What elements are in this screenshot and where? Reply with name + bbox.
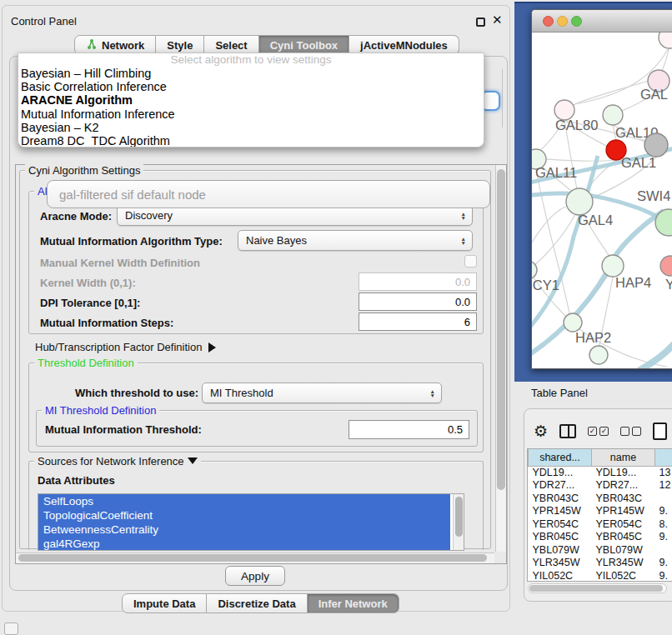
network-node-gal4[interactable] <box>566 188 593 215</box>
algorithm-option-bayesian-k2[interactable]: Bayesian – K2 <box>18 121 484 134</box>
table-row[interactable]: YPR145WYPR145W9. <box>529 505 672 518</box>
network-node-y[interactable] <box>660 256 672 276</box>
network-window-titlebar[interactable] <box>532 10 672 32</box>
algorithm-option-mutual-information-inference[interactable]: Mutual Information Inference <box>18 108 484 121</box>
manual-kernel-checkbox[interactable] <box>464 255 477 268</box>
split-columns-icon[interactable] <box>559 424 576 438</box>
algorithm-option-basic-correlation-inference[interactable]: Basic Correlation Inference <box>18 80 484 93</box>
node-label-gal80: GAL80 <box>555 118 598 132</box>
attribute-item-selfloops[interactable]: SelfLoops <box>38 494 450 508</box>
network-edge[interactable] <box>532 206 567 242</box>
column-header-a[interactable]: A <box>655 449 672 466</box>
network-canvas[interactable]: GALGAL80GAL10GAL1GAL11SWI4GAL4GCY1HAP4YH… <box>532 32 672 368</box>
float-panel-icon[interactable] <box>476 18 485 27</box>
table-cell: 9. <box>655 569 672 582</box>
network-edge[interactable] <box>574 81 649 105</box>
mi-steps-label: Mutual Information Steps: <box>40 317 173 329</box>
tab-discretize-data[interactable]: Discretize Data <box>207 593 307 613</box>
data-attributes-list[interactable]: SelfLoopsTopologicalCoefficientBetweenne… <box>38 493 464 551</box>
mi-steps-field[interactable]: 6 <box>359 312 477 331</box>
close-panel-icon[interactable]: ✕ <box>492 12 503 28</box>
table-row[interactable]: YBL079WYBL079W <box>529 543 672 557</box>
vertical-scrollbar[interactable] <box>495 165 506 552</box>
which-threshold-combobox[interactable]: MI Threshold ▲▼ <box>202 382 442 403</box>
network-edge[interactable] <box>662 48 669 71</box>
table-cell: 12 <box>655 479 672 492</box>
horizontal-scrollbar-thumb[interactable] <box>18 554 487 562</box>
network-edge-highlighted[interactable] <box>532 156 598 334</box>
algorithm-placeholder: Select algorithm to view settings <box>18 53 484 67</box>
table-cell: 13 <box>655 466 672 479</box>
kernel-width-label: Kernel Width (0,1): <box>40 277 136 289</box>
table-cell <box>655 543 672 557</box>
table-row[interactable]: YDR27...YDR27...12 <box>529 479 672 492</box>
attribute-item-betweennesscentrality[interactable]: BetweennessCentrality <box>38 522 450 537</box>
table-row[interactable]: YIL052CYIL052C9. <box>529 569 672 582</box>
apply-button[interactable]: Apply <box>225 566 285 586</box>
attributes-scrollbar[interactable] <box>453 494 464 550</box>
table-row[interactable]: YLR345WYLR345W9. <box>529 557 672 570</box>
file-icon[interactable] <box>653 422 667 440</box>
network-node-hap4[interactable] <box>602 255 624 277</box>
kernel-width-value: 0.0 <box>455 276 470 288</box>
network-selector-combobox[interactable]: gal-filtered sif default node <box>47 180 490 208</box>
algorithm-option-dream8-dc-tdc-algorithm[interactable]: Dream8 DC_TDC Algorithm <box>18 134 484 148</box>
attribute-item-topologicalcoefficient[interactable]: TopologicalCoefficient <box>38 508 450 522</box>
network-edge[interactable] <box>546 159 616 161</box>
node-label-gal: GAL <box>640 87 668 102</box>
dpi-tolerance-field[interactable]: 0.0 <box>359 292 477 311</box>
network-node-hap2[interactable] <box>564 313 582 332</box>
network-icon <box>86 38 98 52</box>
table-row[interactable]: YBR045CYBR045C9. <box>529 531 672 544</box>
table-cell: YDR27... <box>529 479 592 492</box>
sources-group: Sources for Network Inference Data Attri… <box>28 461 484 550</box>
algorithm-option-bayesian-hill-climbing[interactable]: Bayesian – Hill Climbing <box>18 67 484 80</box>
which-threshold-label: Which threshold to use: <box>75 387 198 399</box>
close-window-icon[interactable] <box>543 16 554 27</box>
minimize-window-icon[interactable] <box>557 16 568 27</box>
tab-impute-data[interactable]: Impute Data <box>122 593 207 613</box>
network-node-gal10[interactable] <box>603 105 623 125</box>
combo-stepper-icon: ▲▼ <box>430 388 435 398</box>
attributes-scrollbar-thumb[interactable] <box>455 497 463 537</box>
attribute-item-gal4rgexp[interactable]: gal4RGexp <box>38 537 450 551</box>
deselect-checkboxes-icon[interactable] <box>620 427 641 436</box>
table-row[interactable]: YDL19...YDL19...13 <box>529 466 672 479</box>
zoom-window-icon[interactable] <box>571 16 582 27</box>
network-node[interactable] <box>589 346 608 364</box>
gear-icon[interactable]: ⚙ <box>534 422 548 441</box>
combo-stepper-icon: ▲▼ <box>461 211 466 220</box>
network-node[interactable] <box>644 133 668 157</box>
column-header-shared[interactable]: shared... <box>529 449 592 466</box>
table-cell: YPR145W <box>592 505 655 518</box>
node-label-hap4: HAP4 <box>615 275 651 290</box>
cyni-settings-title: Cyni Algorithm Settings <box>25 164 143 177</box>
table-row[interactable]: YBR043CYBR043C <box>529 492 672 505</box>
vertical-scrollbar-thumb[interactable] <box>497 169 505 490</box>
select-all-checkboxes-icon[interactable]: ✓✓ <box>588 427 609 436</box>
node-label-y: Y <box>665 277 672 292</box>
table-row[interactable]: YER054CYER054C8. <box>529 518 672 531</box>
table-cell: YBR045C <box>592 531 655 544</box>
node-label-hap2: HAP2 <box>575 330 611 345</box>
node-table[interactable]: shared...nameAYDL19...YDL19...13YDR27...… <box>527 448 672 582</box>
mi-type-combobox[interactable]: Naive Bayes ▲▼ <box>238 230 473 251</box>
tab-label: Network <box>102 39 144 52</box>
node-label-gal1: GAL1 <box>621 155 656 170</box>
mi-threshold-field[interactable]: 0.5 <box>349 420 469 439</box>
collapsed-panel-chip[interactable] <box>4 622 18 635</box>
combo-stepper-icon: ▲▼ <box>461 236 466 245</box>
table-horizontal-scrollbar-thumb[interactable] <box>529 585 663 592</box>
kernel-width-field[interactable]: 0.0 <box>359 272 477 291</box>
which-threshold-value: MI Threshold <box>210 387 273 399</box>
algorithm-combobox-button[interactable] <box>483 91 500 111</box>
threshold-definition-title: Threshold Definition <box>34 357 138 369</box>
mi-type-value: Naive Bayes <box>246 234 307 247</box>
column-header-name[interactable]: name <box>592 449 655 466</box>
network-node[interactable] <box>659 32 672 48</box>
hub-definition-toggle[interactable]: Hub/Transcription Factor Definition <box>35 341 216 353</box>
table-cell: 9. <box>655 557 672 570</box>
node-label-gal4: GAL4 <box>578 212 613 228</box>
tab-infer-network[interactable]: Infer Network <box>308 593 399 613</box>
algorithm-option-aracne-algorithm[interactable]: ARACNE Algorithm <box>18 93 484 107</box>
